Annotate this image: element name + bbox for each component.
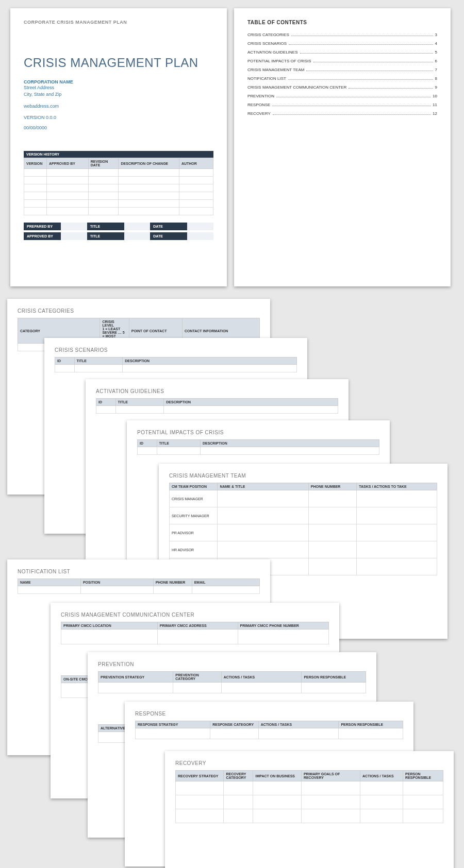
table-row xyxy=(55,365,297,372)
col-actions: ACTIONS / TASKS xyxy=(360,771,403,781)
col-actions: ACTIONS / TASKS xyxy=(221,672,302,683)
col-goals: PRIMARY GOALS OF RECOVERY xyxy=(301,771,360,781)
notification-table: NAME POSITION PHONE NUMBER EMAIL xyxy=(18,578,260,594)
col-person: PERSON RESPONSIBLE xyxy=(403,771,443,781)
vh-col-desc: DESCRIPTION OF CHANGE xyxy=(119,158,179,169)
doc-title: CRISIS MANAGEMENT PLAN xyxy=(24,56,213,70)
version-history: VERSION HISTORY VERSION APPROVED BY REVI… xyxy=(24,151,213,215)
toc-item: CRISIS CATEGORIES3 xyxy=(247,32,437,37)
col-id: ID xyxy=(96,399,116,406)
col-description: DESCRIPTION xyxy=(164,399,338,406)
table-row: CRISIS MANAGER xyxy=(170,490,437,507)
section-title: RESPONSE xyxy=(135,711,403,717)
toc-item: ACTIVATION GUIDELINES5 xyxy=(247,50,437,55)
table-row xyxy=(176,795,443,809)
vh-table: VERSION APPROVED BY REVISION DATE DESCRI… xyxy=(24,158,213,215)
version: VERSION 0.0.0 xyxy=(24,115,213,120)
page-cover: CORPORATE CRISIS MANAGEMENT PLAN CRISIS … xyxy=(10,8,227,286)
date-value xyxy=(187,223,213,230)
table-row: HR ADVISOR xyxy=(170,541,437,558)
title-label: TITLE xyxy=(87,223,124,230)
col-email: EMAIL xyxy=(192,579,259,586)
section-title: CRISIS CATEGORIES xyxy=(18,308,260,314)
cmcc-table: PRIMARY CMCC LOCATION PRIMARY CMCC ADDRE… xyxy=(61,622,329,644)
response-table: RESPONSE STRATEGY RESPONSE CATEGORY ACTI… xyxy=(135,721,403,739)
signoff-block: PREPARED BY TITLE DATE APPROVED BY TITLE… xyxy=(24,223,213,240)
table-row: SECURITY MANAGER xyxy=(170,507,437,524)
col-phone: PHONE NUMBER xyxy=(153,579,192,586)
table-row xyxy=(98,683,366,693)
toc-list: CRISIS CATEGORIES3 CRISIS SCENARIOS4 ACT… xyxy=(247,32,437,116)
doc-date: 00/00/0000 xyxy=(24,125,213,130)
col-title: TITLE xyxy=(74,358,123,365)
table-row xyxy=(24,177,213,184)
impacts-table: ID TITLE DESCRIPTION xyxy=(137,439,379,455)
toc-item: CRISIS MANAGEMENT COMMUNICATION CENTER9 xyxy=(247,85,437,90)
col-title: TITLE xyxy=(115,399,164,406)
toc-item: PREVENTION10 xyxy=(247,94,437,98)
city: City, State and Zip xyxy=(24,91,213,98)
toc-item: RESPONSE11 xyxy=(247,103,437,107)
col-phone: PRIMARY CMCC PHONE NUMBER xyxy=(238,622,328,629)
section-title: POTENTIAL IMPACTS OF CRISIS xyxy=(137,430,379,435)
col-category: RESPONSE CATEGORY xyxy=(210,721,258,728)
table-row xyxy=(18,586,260,594)
table-row xyxy=(24,169,213,177)
col-address: PRIMARY CMCC ADDRESS xyxy=(157,622,238,629)
table-row xyxy=(176,781,443,795)
col-category: PREVENTION CATEGORY xyxy=(173,672,221,683)
title-value-2 xyxy=(124,232,151,240)
table-row xyxy=(176,809,443,823)
section-title: NOTIFICATION LIST xyxy=(18,569,260,574)
prepared-by-label: PREPARED BY xyxy=(24,223,61,230)
toc-item: NOTIFICATION LIST8 xyxy=(247,76,437,81)
col-title: TITLE xyxy=(157,440,200,447)
scenarios-table: ID TITLE DESCRIPTION xyxy=(55,357,297,372)
col-description: DESCRIPTION xyxy=(200,440,379,447)
col-name: NAME xyxy=(18,579,81,586)
page-recovery: RECOVERY RECOVERY STRATEGY RECOVERY CATE… xyxy=(165,751,454,868)
street: Street Address xyxy=(24,84,213,91)
table-row: PR ADVISOR xyxy=(170,524,437,541)
col-name-title: NAME & TITLE xyxy=(218,483,308,490)
section-title: ACTIVATION GUIDELINES xyxy=(96,388,338,394)
vh-col-author: AUTHOR xyxy=(179,158,213,169)
section-title: RECOVERY xyxy=(175,760,443,766)
web-address: webaddress.com xyxy=(24,104,213,109)
vh-title: VERSION HISTORY xyxy=(24,151,213,158)
toc-item: CRISIS SCENARIOS4 xyxy=(247,41,437,46)
col-position: CM TEAM POSITION xyxy=(170,483,218,490)
table-row xyxy=(138,447,379,455)
col-tasks: TASKS / ACTIONS TO TAKE xyxy=(357,483,437,490)
table-row xyxy=(24,208,213,215)
section-title: CRISIS SCENARIOS xyxy=(55,347,297,353)
col-strategy: RECOVERY STRATEGY xyxy=(176,771,224,781)
col-id: ID xyxy=(55,358,75,365)
table-row xyxy=(24,200,213,208)
table-row xyxy=(61,629,329,644)
col-category: RECOVERY CATEGORY xyxy=(224,771,253,781)
date-label: DATE xyxy=(150,223,187,230)
title-value xyxy=(124,223,151,230)
col-strategy: RESPONSE STRATEGY xyxy=(136,721,210,728)
col-impact: IMPACT ON BUSINESS xyxy=(253,771,301,781)
vh-col-version: VERSION xyxy=(24,158,47,169)
date-value-2 xyxy=(187,232,213,240)
approved-by-label: APPROVED BY xyxy=(24,232,61,240)
activation-table: ID TITLE DESCRIPTION xyxy=(96,398,338,414)
table-row xyxy=(96,406,338,414)
col-description: DESCRIPTION xyxy=(123,358,297,365)
col-phone: PHONE NUMBER xyxy=(308,483,356,490)
table-row xyxy=(136,728,403,739)
col-id: ID xyxy=(138,440,157,447)
corp-name: CORPORATION NAME xyxy=(24,79,213,84)
doc-header: CORPORATE CRISIS MANAGEMENT PLAN xyxy=(24,20,213,25)
toc-item: RECOVERY12 xyxy=(247,111,437,116)
date-label-2: DATE xyxy=(150,232,187,240)
toc-item: CRISIS MANAGEMENT TEAM7 xyxy=(247,67,437,72)
prepared-by-value xyxy=(61,223,87,230)
col-person: PERSON RESPONSIBLE xyxy=(302,672,366,683)
col-strategy: PREVENTION STRATEGY xyxy=(98,672,173,683)
toc-item: POTENTIAL IMPACTS OF CRISIS6 xyxy=(247,59,437,63)
table-row xyxy=(24,184,213,192)
